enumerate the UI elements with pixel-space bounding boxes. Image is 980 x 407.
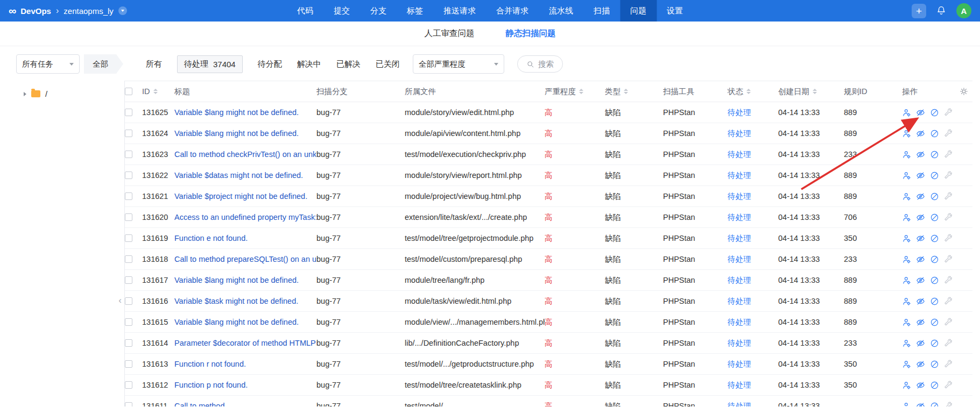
row-checkbox[interactable]	[125, 402, 132, 406]
assign-icon[interactable]	[902, 213, 911, 222]
assign-icon[interactable]	[902, 276, 911, 285]
assign-icon[interactable]	[902, 339, 911, 348]
assign-icon[interactable]	[902, 108, 911, 117]
assign-icon[interactable]	[902, 297, 911, 306]
issue-title-link[interactable]: Variable $datas might not be defined.	[174, 171, 316, 180]
issue-title-link[interactable]: Variable $lang might not be defined.	[174, 108, 316, 117]
assign-icon[interactable]	[902, 129, 911, 138]
assign-icon[interactable]	[902, 150, 911, 159]
ban-icon[interactable]	[930, 360, 939, 369]
row-checkbox[interactable]	[125, 172, 132, 179]
table-settings-button[interactable]	[957, 87, 972, 96]
issue-title-link[interactable]: Function r not found.	[174, 360, 316, 368]
ban-icon[interactable]	[930, 150, 939, 159]
tree-item-root[interactable]: /	[24, 89, 124, 98]
topnav-item[interactable]: 流水线	[539, 0, 583, 22]
issue-title-link[interactable]: Function e not found.	[174, 234, 316, 242]
topnav-item[interactable]: 推送请求	[433, 0, 486, 22]
severity-select[interactable]: 全部严重程度	[413, 54, 504, 74]
page-tab[interactable]: 静态扫描问题	[506, 28, 556, 39]
ban-icon[interactable]	[930, 108, 939, 117]
ban-icon[interactable]	[930, 402, 939, 407]
eye-off-icon[interactable]	[916, 360, 925, 369]
status-tab[interactable]: 解决中	[297, 59, 321, 69]
eye-off-icon[interactable]	[916, 276, 925, 285]
row-checkbox[interactable]	[125, 255, 132, 263]
assign-icon[interactable]	[902, 360, 911, 369]
row-checkbox[interactable]	[125, 276, 132, 284]
create-button[interactable]: +	[912, 4, 926, 18]
eye-off-icon[interactable]	[916, 129, 925, 138]
eye-off-icon[interactable]	[916, 381, 925, 390]
eye-off-icon[interactable]	[916, 339, 925, 348]
topnav-item[interactable]: 问题	[620, 0, 657, 22]
status-tab[interactable]: 已关闭	[376, 59, 400, 69]
row-checkbox[interactable]	[125, 130, 132, 137]
assign-icon[interactable]	[902, 381, 911, 390]
row-checkbox[interactable]	[125, 381, 132, 389]
ban-icon[interactable]	[930, 171, 939, 180]
ban-icon[interactable]	[930, 234, 939, 243]
status-tab[interactable]: 待分配	[258, 59, 282, 69]
assign-icon[interactable]	[902, 171, 911, 180]
issue-title-link[interactable]: Variable $task might not be defined.	[174, 297, 316, 305]
row-checkbox[interactable]	[125, 192, 132, 200]
ban-icon[interactable]	[930, 255, 939, 264]
issue-title-link[interactable]: Variable $lang might not be defined.	[174, 276, 316, 284]
issue-title-link[interactable]: Function p not found.	[174, 381, 316, 389]
project-dropdown-button[interactable]	[118, 6, 127, 15]
row-checkbox[interactable]	[125, 151, 132, 158]
eye-off-icon[interactable]	[916, 402, 925, 407]
ban-icon[interactable]	[930, 318, 939, 327]
sidebar-collapse-handle[interactable]: ‹	[118, 296, 122, 305]
row-checkbox[interactable]	[125, 109, 132, 116]
eye-off-icon[interactable]	[916, 234, 925, 243]
sort-icon[interactable]	[153, 89, 158, 94]
eye-off-icon[interactable]	[916, 192, 925, 201]
topnav-item[interactable]: 代码	[287, 0, 323, 22]
assign-icon[interactable]	[902, 192, 911, 201]
topnav-item[interactable]: 合并请求	[486, 0, 539, 22]
ban-icon[interactable]	[930, 213, 939, 222]
eye-off-icon[interactable]	[916, 318, 925, 327]
row-checkbox[interactable]	[125, 213, 132, 221]
sort-icon[interactable]	[746, 89, 751, 94]
sort-icon[interactable]	[579, 89, 583, 94]
eye-off-icon[interactable]	[916, 150, 925, 159]
ban-icon[interactable]	[930, 297, 939, 306]
search-button[interactable]: 搜索	[517, 55, 563, 73]
column-header[interactable]: 创建日期	[778, 87, 844, 97]
issue-title-link[interactable]: Call to method prepareSQLTest() on an u	[174, 255, 316, 263]
assign-icon[interactable]	[902, 402, 911, 407]
column-header[interactable]: 状态	[728, 87, 778, 97]
bell-icon[interactable]	[936, 5, 947, 16]
select-all-checkbox[interactable]	[125, 88, 132, 95]
task-select[interactable]: 所有任务	[16, 54, 80, 74]
status-tab[interactable]: 待处理37404	[177, 55, 243, 73]
status-tab[interactable]: 已解决	[336, 59, 361, 69]
ban-icon[interactable]	[930, 276, 939, 285]
column-header[interactable]: 类型	[605, 87, 663, 97]
sort-icon[interactable]	[813, 89, 817, 94]
ban-icon[interactable]	[930, 339, 939, 348]
eye-off-icon[interactable]	[916, 171, 925, 180]
ban-icon[interactable]	[930, 192, 939, 201]
row-checkbox[interactable]	[125, 360, 132, 368]
assign-icon[interactable]	[902, 234, 911, 243]
brand-label[interactable]: DevOps	[20, 6, 51, 16]
eye-off-icon[interactable]	[916, 297, 925, 306]
issue-title-link[interactable]: Variable $lang might not be defined.	[174, 129, 316, 138]
project-name[interactable]: zentaopms_ly	[64, 6, 114, 16]
row-checkbox[interactable]	[125, 318, 132, 326]
issue-title-link[interactable]: Variable $lang might not be defined.	[174, 318, 316, 326]
column-header[interactable]: ID	[142, 87, 174, 96]
scope-tag[interactable]: 全部	[84, 54, 123, 74]
topnav-item[interactable]: 提交	[323, 0, 360, 22]
topnav-item[interactable]: 分支	[360, 0, 397, 22]
assign-icon[interactable]	[902, 318, 911, 327]
issue-title-link[interactable]: Call to method checkPrivTest() on an unk	[174, 150, 316, 159]
eye-off-icon[interactable]	[916, 255, 925, 264]
eye-off-icon[interactable]	[916, 213, 925, 222]
avatar[interactable]: A	[956, 3, 971, 18]
ban-icon[interactable]	[930, 129, 939, 138]
